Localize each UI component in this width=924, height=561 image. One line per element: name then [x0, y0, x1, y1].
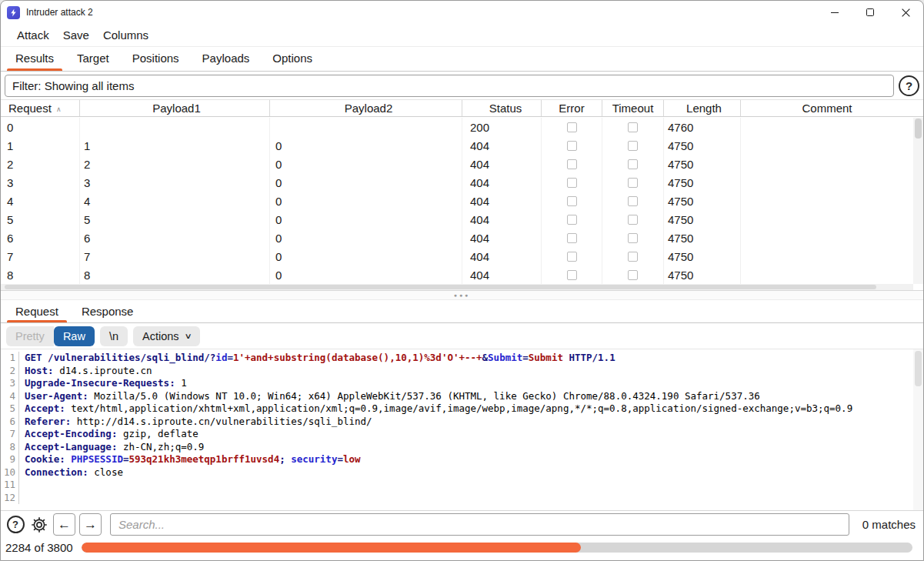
error-checkbox[interactable]: [567, 270, 577, 280]
timeout-checkbox[interactable]: [628, 215, 638, 225]
menu-item-attack[interactable]: Attack: [10, 28, 56, 42]
next-match-button[interactable]: →: [79, 513, 102, 536]
attack-tabs: ResultsTargetPositionsPayloadsOptions: [1, 47, 923, 72]
pretty-button[interactable]: Pretty: [6, 326, 54, 346]
table-vertical-scrollbar[interactable]: [913, 118, 923, 284]
splitter-dots-icon: ●●●: [454, 292, 471, 298]
raw-button[interactable]: Raw: [54, 326, 95, 346]
tab-results[interactable]: Results: [4, 47, 65, 71]
error-checkbox[interactable]: [567, 178, 577, 188]
timeout-checkbox[interactable]: [628, 233, 638, 243]
match-count: 0 matches: [862, 518, 916, 531]
column-header-payload2[interactable]: Payload2: [270, 100, 462, 116]
table-row[interactable]: 2204044750: [1, 155, 913, 173]
error-checkbox[interactable]: [567, 233, 577, 243]
editor-tabs: RequestResponse: [1, 300, 923, 323]
code-line: 7Accept-Encoding: gzip, deflate: [1, 428, 923, 441]
table-row[interactable]: 8804044750: [1, 265, 913, 284]
search-input[interactable]: [110, 513, 849, 536]
cell-payload1: 3: [80, 173, 270, 192]
results-table-body: 0200476011040447502204044750330404475044…: [1, 118, 913, 284]
cell-timeout: [602, 173, 664, 192]
help-icon[interactable]: ?: [899, 75, 919, 96]
cell-status: 404: [462, 155, 542, 173]
tab-request[interactable]: Request: [4, 300, 70, 322]
tab-payloads[interactable]: Payloads: [191, 47, 262, 71]
results-table: Request∧Payload1Payload2StatusErrorTimeo…: [1, 99, 923, 290]
cell-status: 404: [462, 173, 542, 192]
column-header-request[interactable]: Request∧: [1, 100, 80, 116]
actions-button[interactable]: Actions ∨: [133, 326, 200, 346]
column-header-error[interactable]: Error: [542, 100, 602, 116]
editor-vertical-scrollbar[interactable]: [913, 349, 923, 510]
code-line: 10Connection: close: [1, 466, 923, 479]
cell-payload2: 0: [270, 229, 462, 247]
line-number: 9: [1, 453, 19, 466]
cell-request: 6: [1, 229, 80, 247]
cell-comment: [741, 192, 913, 210]
table-row[interactable]: 7704044750: [1, 247, 913, 265]
cell-length: 4750: [664, 173, 741, 192]
table-row[interactable]: 1104044750: [1, 136, 913, 155]
previous-match-button[interactable]: ←: [53, 513, 75, 536]
code-line: 3Upgrade-Insecure-Requests: 1: [1, 377, 923, 390]
minimize-button[interactable]: [817, 1, 852, 24]
error-checkbox[interactable]: [567, 196, 577, 206]
cell-request: 4: [1, 192, 80, 210]
cell-length: 4750: [664, 192, 741, 210]
cell-comment: [741, 247, 913, 265]
column-header-payload1[interactable]: Payload1: [80, 100, 270, 116]
table-row[interactable]: 6604044750: [1, 229, 913, 247]
gear-icon[interactable]: [29, 515, 49, 535]
intruder-attack-window: Intruder attack 2 AttackSaveColumns Resu…: [0, 0, 924, 561]
close-button[interactable]: [888, 1, 923, 24]
error-checkbox[interactable]: [567, 159, 577, 169]
column-header-status[interactable]: Status: [462, 100, 542, 116]
tab-options[interactable]: Options: [261, 47, 324, 71]
tab-response[interactable]: Response: [70, 300, 145, 322]
cell-timeout: [602, 155, 664, 173]
table-row[interactable]: 4404044750: [1, 192, 913, 210]
request-editor-code: 1GET /vulnerabilities/sqli_blind/?id=1'+…: [1, 352, 923, 504]
show-newlines-button[interactable]: \n: [100, 326, 128, 346]
tab-positions[interactable]: Positions: [121, 47, 191, 71]
table-horizontal-scrollbar[interactable]: [1, 284, 913, 290]
error-checkbox[interactable]: [567, 122, 577, 132]
cell-error: [542, 247, 602, 265]
table-row[interactable]: 3304044750: [1, 173, 913, 192]
cell-comment: [741, 210, 913, 229]
menu-item-columns[interactable]: Columns: [96, 28, 155, 42]
search-help-button[interactable]: ?: [5, 515, 25, 535]
request-editor[interactable]: 1GET /vulnerabilities/sqli_blind/?id=1'+…: [1, 349, 923, 510]
cell-status: 404: [462, 136, 542, 155]
timeout-checkbox[interactable]: [628, 159, 638, 169]
menu-item-save[interactable]: Save: [56, 28, 96, 42]
timeout-checkbox[interactable]: [628, 141, 638, 151]
cell-status: 404: [462, 247, 542, 265]
line-number: 11: [1, 479, 19, 492]
column-header-length[interactable]: Length: [664, 100, 741, 116]
cell-request: 2: [1, 155, 80, 173]
timeout-checkbox[interactable]: [628, 196, 638, 206]
table-row[interactable]: 02004760: [1, 118, 913, 136]
maximize-button[interactable]: [852, 1, 888, 24]
filter-bar[interactable]: Filter: Showing all items: [5, 75, 894, 97]
tab-target[interactable]: Target: [65, 47, 121, 71]
cell-status: 404: [462, 210, 542, 229]
table-row[interactable]: 5504044750: [1, 210, 913, 229]
cell-payload2: 0: [270, 136, 462, 155]
timeout-checkbox[interactable]: [628, 122, 638, 132]
timeout-checkbox[interactable]: [628, 178, 638, 188]
error-checkbox[interactable]: [567, 252, 577, 262]
cell-payload1: 7: [80, 247, 270, 265]
error-checkbox[interactable]: [567, 141, 577, 151]
cell-error: [542, 136, 602, 155]
error-checkbox[interactable]: [567, 215, 577, 225]
timeout-checkbox[interactable]: [628, 270, 638, 280]
line-number: 2: [1, 365, 19, 378]
column-header-timeout[interactable]: Timeout: [602, 100, 664, 116]
column-header-comment[interactable]: Comment: [741, 100, 913, 116]
splitter-handle[interactable]: ●●●: [1, 290, 923, 300]
chevron-down-icon: ∨: [184, 332, 192, 340]
timeout-checkbox[interactable]: [628, 252, 638, 262]
